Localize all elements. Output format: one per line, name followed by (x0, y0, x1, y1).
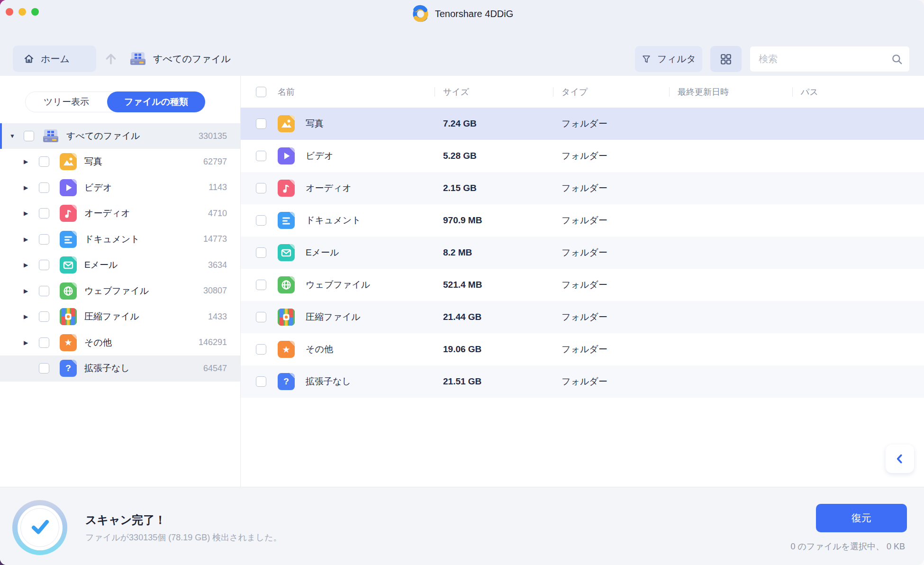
photos-checkbox[interactable] (39, 156, 49, 167)
app-window: Tenorshare 4DDiG ホーム すべてのファイル (0, 0, 924, 565)
row-checkbox[interactable] (256, 183, 266, 193)
file-type: フォルダー (562, 182, 678, 194)
row-checkbox[interactable] (256, 215, 266, 226)
search-box (750, 46, 910, 72)
sidebar-item-count: 330135 (199, 131, 227, 141)
documents-checkbox[interactable] (39, 234, 49, 245)
title-bar: Tenorshare 4DDiG ホーム すべてのファイル (0, 0, 924, 76)
sidebar-item-others[interactable]: ▶ ★ その他 146291 (0, 330, 240, 356)
table-row-photos[interactable]: 写真 7.24 GB フォルダー (241, 108, 924, 140)
sidebar-item-archives[interactable]: ▶ 圧縮ファイル 1433 (0, 304, 240, 330)
expand-arrow-icon[interactable]: ▶ (24, 236, 30, 243)
web-files-checkbox[interactable] (39, 286, 49, 296)
row-checkbox[interactable] (256, 247, 266, 258)
expand-arrow-icon[interactable]: ▶ (24, 210, 30, 217)
table-row-others[interactable]: ★ その他 19.06 GB フォルダー (241, 333, 924, 365)
sidebar-item-email[interactable]: ▶ Eメール 3634 (0, 252, 240, 278)
scan-complete-icon (12, 500, 67, 555)
expand-preview-button[interactable] (886, 445, 914, 473)
no-extension-file-icon: ? (60, 360, 77, 377)
tab-file-type[interactable]: ファイルの種類 (107, 91, 205, 112)
sidebar-item-label: オーディオ (84, 207, 208, 219)
photo-file-icon (60, 153, 77, 170)
row-checkbox[interactable] (256, 151, 266, 161)
file-size: 19.06 GB (443, 344, 562, 355)
breadcrumb[interactable]: すべてのファイル (129, 49, 231, 68)
videos-checkbox[interactable] (39, 182, 49, 193)
no-extension-checkbox[interactable] (39, 363, 49, 374)
file-size: 5.28 GB (443, 151, 562, 161)
other-file-icon: ★ (60, 334, 77, 351)
expand-arrow-icon[interactable]: ▶ (24, 184, 30, 191)
file-size: 8.2 MB (443, 247, 562, 258)
row-checkbox[interactable] (256, 280, 266, 290)
file-size: 970.9 MB (443, 215, 562, 226)
search-input[interactable] (750, 46, 909, 72)
column-header-type[interactable]: タイプ (562, 86, 678, 98)
row-checkbox[interactable] (256, 312, 266, 322)
table-row-email[interactable]: Eメール 8.2 MB フォルダー (241, 237, 924, 269)
sidebar: ツリー表示 ファイルの種類 ▼ すべてのファイル (0, 76, 241, 487)
breadcrumb-label: すべてのファイル (153, 53, 231, 65)
grid-view-icon (720, 53, 732, 65)
all-files-checkbox[interactable] (24, 131, 34, 141)
row-checkbox[interactable] (256, 376, 266, 387)
sidebar-item-audio[interactable]: ▶ オーディオ 4710 (0, 200, 240, 227)
sidebar-item-label: 写真 (84, 155, 203, 168)
expand-arrow-icon[interactable]: ▶ (24, 158, 30, 165)
drive-icon (42, 129, 60, 143)
file-type: フォルダー (562, 150, 678, 162)
navigate-up-icon[interactable] (103, 51, 118, 66)
home-button[interactable]: ホーム (13, 46, 96, 72)
row-checkbox[interactable] (256, 344, 266, 355)
file-type-tree: ▼ すべてのファイル 330135 ▶ (0, 123, 240, 382)
recover-button[interactable]: 復元 (816, 504, 907, 532)
sidebar-item-videos[interactable]: ▶ ビデオ 1143 (0, 175, 240, 201)
tab-tree-view[interactable]: ツリー表示 (26, 92, 107, 112)
audio-checkbox[interactable] (39, 208, 49, 219)
web-file-icon (278, 276, 295, 293)
expand-arrow-icon[interactable]: ▶ (24, 313, 30, 320)
column-header-name[interactable]: 名前 (278, 86, 443, 98)
expand-arrow-icon[interactable]: ▶ (24, 262, 30, 268)
sidebar-item-documents[interactable]: ▶ ドキュメント 14773 (0, 227, 240, 253)
file-name: オーディオ (306, 182, 443, 194)
column-header-size[interactable]: サイズ (443, 86, 562, 98)
sidebar-item-all-files[interactable]: ▼ すべてのファイル 330135 (0, 123, 240, 149)
email-checkbox[interactable] (39, 260, 49, 270)
file-size: 7.24 GB (443, 118, 562, 129)
sidebar-item-web-files[interactable]: ▶ ウェブファイル 30807 (0, 278, 240, 304)
scan-status-title: スキャン完了！ (85, 512, 166, 528)
filter-button[interactable]: フィルタ (635, 46, 702, 72)
collapse-arrow-icon[interactable]: ▼ (9, 133, 16, 139)
grid-view-button[interactable] (710, 46, 742, 72)
select-all-checkbox[interactable] (256, 87, 266, 97)
archives-checkbox[interactable] (39, 311, 49, 322)
file-name: その他 (306, 343, 443, 355)
file-name: 圧縮ファイル (306, 311, 443, 323)
sidebar-item-photos[interactable]: ▶ 写真 62797 (0, 149, 240, 175)
scan-status-detail: ファイルが330135個 (78.19 GB) 検出されました。 (85, 532, 281, 543)
app-title-area: Tenorshare 4DDiG (0, 6, 924, 22)
table-row-documents[interactable]: ドキュメント 970.9 MB フォルダー (241, 204, 924, 237)
table-row-archives[interactable]: 圧縮ファイル 21.44 GB フォルダー (241, 301, 924, 333)
row-checkbox[interactable] (256, 118, 266, 129)
expand-arrow-icon[interactable]: ▶ (24, 288, 30, 294)
sidebar-item-no-extension[interactable]: ▶ ? 拡張子なし 64547 (0, 355, 240, 382)
audio-file-icon (278, 180, 295, 197)
sidebar-item-count: 146291 (199, 337, 227, 347)
column-header-modified[interactable]: 最終更新日時 (678, 86, 801, 98)
file-name: Eメール (306, 246, 443, 259)
table-row-no-extension[interactable]: ? 拡張子なし 21.51 GB フォルダー (241, 365, 924, 398)
recover-button-label: 復元 (852, 511, 871, 525)
expand-arrow-icon[interactable]: ▶ (24, 339, 30, 346)
table-row-web-files[interactable]: ウェブファイル 521.4 MB フォルダー (241, 269, 924, 301)
file-name: 写真 (306, 118, 443, 130)
sidebar-item-label: その他 (84, 337, 199, 349)
others-checkbox[interactable] (39, 337, 49, 348)
column-header-path[interactable]: パス (801, 86, 924, 98)
view-mode-tabs: ツリー表示 ファイルの種類 (25, 91, 205, 112)
table-row-videos[interactable]: ビデオ 5.28 GB フォルダー (241, 140, 924, 172)
table-row-audio[interactable]: オーディオ 2.15 GB フォルダー (241, 172, 924, 204)
status-bar: スキャン完了！ ファイルが330135個 (78.19 GB) 検出されました。… (0, 487, 924, 565)
